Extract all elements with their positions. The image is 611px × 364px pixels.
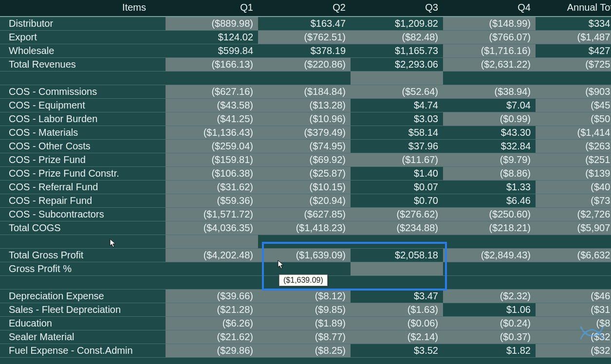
- cell-q2[interactable]: ($8.77): [258, 330, 351, 344]
- cell-q3[interactable]: $3.03: [351, 112, 443, 126]
- row-label[interactable]: COS - Referral Fund: [0, 181, 166, 194]
- cell-q3[interactable]: $58.14: [351, 126, 443, 140]
- table-row[interactable]: COS - Other Costs($259.04)($74.95)$37.96…: [0, 140, 611, 153]
- table-row[interactable]: Education($6.26)($1.89)($0.06)($0.24)($8…: [0, 317, 611, 330]
- cell-q3[interactable]: ($82.48): [351, 31, 443, 44]
- table-row[interactable]: COS - Prize Fund($159.81)($69.92)($11.67…: [0, 153, 611, 167]
- cell-q2[interactable]: ($69.92): [258, 153, 351, 167]
- row-label[interactable]: COS - Materials: [0, 126, 166, 140]
- cell-q4[interactable]: $32.84: [443, 140, 536, 153]
- table-row[interactable]: Fuel Expense - Const.Admin($29.86)($8.25…: [0, 344, 611, 358]
- cell-q1[interactable]: $124.02: [166, 31, 258, 44]
- cell-q1[interactable]: [166, 72, 258, 85]
- cell-q3[interactable]: $0.07: [351, 181, 443, 194]
- row-label[interactable]: Education: [0, 317, 166, 330]
- cell-q2[interactable]: ($627.85): [258, 208, 351, 221]
- cell-q4[interactable]: ($0.24): [443, 317, 536, 330]
- table-row[interactable]: COS - Commissions($627.16)($184.84)($52.…: [0, 85, 611, 99]
- row-label[interactable]: Depreciation Expense: [0, 290, 166, 303]
- cell-q4[interactable]: ($0.37): [443, 330, 536, 344]
- cell-q3[interactable]: $0.70: [351, 194, 443, 208]
- cell-q3[interactable]: $1.40: [351, 167, 443, 181]
- row-label[interactable]: [0, 235, 166, 249]
- cell-total[interactable]: ($73.1: [536, 194, 611, 208]
- cell-q2[interactable]: ($1.89): [258, 317, 351, 330]
- header-q4[interactable]: Q4: [443, 0, 536, 17]
- header-q3[interactable]: Q3: [351, 0, 443, 17]
- cell-q1[interactable]: ($4,036.35): [166, 221, 258, 235]
- cell-q1[interactable]: [166, 276, 258, 290]
- cell-q4[interactable]: ($766.07): [443, 31, 536, 44]
- cell-q1[interactable]: ($4,202.48): [166, 249, 258, 262]
- cell-total[interactable]: [536, 72, 611, 85]
- cell-q3[interactable]: [351, 276, 443, 290]
- cell-q3[interactable]: ($276.62): [351, 208, 443, 221]
- header-q2[interactable]: Q2: [258, 0, 351, 17]
- cell-q1[interactable]: ($259.04): [166, 140, 258, 153]
- financial-table[interactable]: Items Q1 Q2 Q3 Q4 Annual Tota Distributo…: [0, 0, 611, 358]
- row-label[interactable]: [0, 72, 166, 85]
- cell-q3[interactable]: [351, 262, 443, 276]
- cell-total[interactable]: ($5,907.6: [536, 221, 611, 235]
- table-row[interactable]: COS - Referral Fund($31.62)($10.15)$0.07…: [0, 181, 611, 194]
- table-row[interactable]: Total COGS($4,036.35)($1,418.23)($234.88…: [0, 221, 611, 235]
- cell-q2[interactable]: ($9.85): [258, 303, 351, 317]
- cell-q4[interactable]: [443, 262, 536, 276]
- cell-q1[interactable]: ($166.13): [166, 58, 258, 72]
- cell-q2[interactable]: $163.47: [258, 17, 351, 31]
- cell-q3[interactable]: ($52.64): [351, 85, 443, 99]
- cell-q1[interactable]: ($106.38): [166, 167, 258, 181]
- cell-q4[interactable]: $43.30: [443, 126, 536, 140]
- cell-q1[interactable]: ($39.66): [166, 290, 258, 303]
- cell-q1[interactable]: ($21.28): [166, 303, 258, 317]
- row-label[interactable]: Total Gross Profit: [0, 249, 166, 262]
- cell-q4[interactable]: ($2.32): [443, 290, 536, 303]
- cell-q3[interactable]: ($11.67): [351, 153, 443, 167]
- cell-q1[interactable]: ($889.98): [166, 17, 258, 31]
- cell-q1[interactable]: ($627.16): [166, 85, 258, 99]
- cell-total[interactable]: ($1,414.4: [536, 126, 611, 140]
- cell-total[interactable]: ($139.7: [536, 167, 611, 181]
- cell-total[interactable]: ($251.1: [536, 153, 611, 167]
- cell-q4[interactable]: $7.04: [443, 99, 536, 112]
- cell-q2[interactable]: [258, 262, 351, 276]
- row-label[interactable]: COS - Equipment: [0, 99, 166, 112]
- cell-q1[interactable]: ($59.36): [166, 194, 258, 208]
- cell-total[interactable]: ($32.9: [536, 330, 611, 344]
- cell-q2[interactable]: ($10.96): [258, 112, 351, 126]
- table-row[interactable]: Sales - Fleet Depreciation($21.28)($9.85…: [0, 303, 611, 317]
- cell-q3[interactable]: $1,165.73: [351, 44, 443, 58]
- cell-q4[interactable]: ($148.99): [443, 17, 536, 31]
- table-row[interactable]: [0, 72, 611, 85]
- table-row[interactable]: COS - Equipment($43.58)($13.28)$4.74$7.0…: [0, 99, 611, 112]
- table-row[interactable]: Depreciation Expense($39.66)($8.12)$3.47…: [0, 290, 611, 303]
- table-row[interactable]: COS - Materials($1,136.43)($379.49)$58.1…: [0, 126, 611, 140]
- cell-q1[interactable]: ($159.81): [166, 153, 258, 167]
- table-row[interactable]: Sealer Material($21.62)($8.77)($2.14)($0…: [0, 330, 611, 344]
- cell-q2[interactable]: [258, 235, 351, 249]
- table-row[interactable]: Export$124.02($762.51)($82.48)($766.07)(…: [0, 31, 611, 44]
- cell-total[interactable]: ($903.5: [536, 85, 611, 99]
- row-label[interactable]: COS - Commissions: [0, 85, 166, 99]
- cell-q4[interactable]: $6.46: [443, 194, 536, 208]
- cell-q1[interactable]: ($21.62): [166, 330, 258, 344]
- row-label[interactable]: Wholesale: [0, 44, 166, 58]
- cell-q3[interactable]: [351, 235, 443, 249]
- cell-q4[interactable]: ($1,716.16): [443, 44, 536, 58]
- row-label[interactable]: Fuel Expense - Const.Admin: [0, 344, 166, 358]
- cell-q2[interactable]: ($10.15): [258, 181, 351, 194]
- table-row[interactable]: Gross Profit %: [0, 262, 611, 276]
- cell-q3[interactable]: [351, 72, 443, 85]
- header-q1[interactable]: Q1: [166, 0, 258, 17]
- table-row[interactable]: COS - Labor Burden($41.25)($10.96)$3.03(…: [0, 112, 611, 126]
- row-label[interactable]: Total Revenues: [0, 58, 166, 72]
- cell-total[interactable]: ($1,487.0: [536, 31, 611, 44]
- header-total[interactable]: Annual Tota: [536, 0, 611, 17]
- cell-q2[interactable]: [258, 72, 351, 85]
- cell-q3[interactable]: ($2.14): [351, 330, 443, 344]
- cell-q1[interactable]: $599.84: [166, 44, 258, 58]
- cell-q3[interactable]: ($234.88): [351, 221, 443, 235]
- cell-q4[interactable]: [443, 276, 536, 290]
- cell-q4[interactable]: $1.06: [443, 303, 536, 317]
- row-label[interactable]: Sales - Fleet Depreciation: [0, 303, 166, 317]
